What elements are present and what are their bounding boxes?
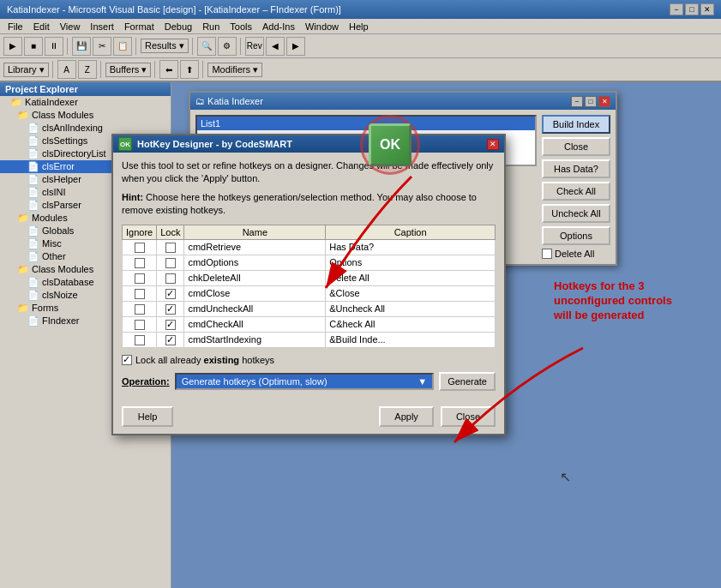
hotkey-table: Ignore Lock Name Caption cmdRetrieve Has… [122, 225, 496, 348]
cursor-indicator: ↖ [560, 469, 571, 485]
uncheck-all-button[interactable]: Uncheck All [542, 204, 610, 223]
options-button[interactable]: Options [542, 226, 610, 245]
ignore-cell-7[interactable] [123, 332, 157, 347]
hotkey-close-button[interactable]: ✕ [487, 139, 499, 150]
results-dropdown[interactable]: Results ▾ [141, 39, 189, 53]
toolbar-btn-5[interactable]: 🔍 [197, 37, 216, 56]
has-data-button[interactable]: Has Data? [542, 159, 610, 178]
apply-button[interactable]: Apply [379, 406, 434, 427]
ignore-cell-5[interactable] [123, 301, 157, 316]
check-all-button[interactable]: Check All [542, 182, 610, 201]
toolbar-btn-2[interactable]: ■ [24, 37, 43, 56]
ignore-cb-4[interactable] [135, 289, 145, 299]
menu-edit[interactable]: Edit [29, 21, 54, 33]
lock-cb-5[interactable] [165, 304, 176, 315]
ignore-cb-1[interactable] [135, 243, 145, 253]
name-cell-3: chkDeleteAll [184, 270, 326, 285]
lock-cell-5[interactable] [157, 301, 184, 316]
tree-item-clsAnlIndexing[interactable]: 📄 clsAnlIndexing [0, 122, 171, 135]
modifiers-dropdown[interactable]: Modifiers ▾ [207, 63, 262, 77]
menu-debug[interactable]: Debug [160, 21, 196, 33]
toolbar-btn-3[interactable]: ⏸ [45, 37, 63, 56]
menu-format[interactable]: Format [120, 21, 159, 33]
ignore-cb-3[interactable] [135, 273, 145, 284]
table-row: cmdCheckAll C&heck All [123, 316, 496, 332]
lock-cb-7[interactable] [165, 335, 176, 345]
build-index-button[interactable]: Build Index [542, 115, 610, 134]
toolbar-btn-save[interactable]: 💾 [72, 37, 91, 56]
ignore-cb-2[interactable] [135, 258, 145, 268]
dialog-footer: Help Apply Close [113, 406, 504, 434]
katia-maximize-btn[interactable]: □ [585, 96, 597, 107]
separator-2 [135, 38, 137, 55]
ignore-cb-5[interactable] [135, 304, 145, 315]
lock-cb-2[interactable] [165, 258, 176, 268]
toolbar-align-2[interactable]: ⬆ [180, 60, 199, 79]
operation-dropdown[interactable]: Generate hotkeys (Optimum, slow) ▼ [175, 373, 435, 390]
caption-cell-1: Has Data? [326, 239, 496, 255]
tree-item-root[interactable]: 📁 KatiaIndexer [0, 96, 171, 109]
lock-cell-7[interactable] [157, 332, 184, 347]
menu-view[interactable]: View [56, 21, 85, 33]
buffers-dropdown[interactable]: Buffers ▾ [105, 63, 152, 77]
lock-cell-2[interactable] [157, 255, 184, 270]
menu-add-ins[interactable]: Add-Ins [258, 21, 299, 33]
minimize-button[interactable]: − [670, 3, 683, 15]
menu-file[interactable]: File [3, 21, 27, 33]
name-cell-6: cmdCheckAll [184, 316, 326, 332]
toolbar-btn-rev[interactable]: Rev [245, 37, 264, 56]
ignore-cell-4[interactable] [123, 285, 157, 301]
lock-cb-3[interactable] [165, 273, 176, 284]
menu-help[interactable]: Help [345, 21, 373, 33]
col-caption: Caption [326, 225, 496, 239]
lock-cb-1[interactable] [165, 243, 176, 253]
ignore-cell-6[interactable] [123, 316, 157, 332]
toolbar-align-1[interactable]: ⬅ [159, 60, 178, 79]
katia-close-btn[interactable]: ✕ [598, 96, 610, 107]
close-dialog-button[interactable]: Close [441, 406, 496, 427]
lock-cell-1[interactable] [157, 239, 184, 255]
toolbar-btn-1[interactable]: ▶ [3, 37, 22, 56]
ignore-cell-3[interactable] [123, 270, 157, 285]
lock-cb-4[interactable] [165, 289, 176, 299]
operation-section: Operation: Generate hotkeys (Optimum, sl… [122, 372, 496, 391]
library-dropdown[interactable]: Library ▾ [3, 63, 49, 77]
help-button[interactable]: Help [122, 406, 173, 427]
menu-window[interactable]: Window [301, 21, 343, 33]
tree-item-class-modules-1[interactable]: 📁 Class Modules [0, 109, 171, 122]
name-cell-7: cmdStartIndexing [184, 332, 326, 347]
generate-button[interactable]: Generate [439, 372, 496, 391]
maximize-button[interactable]: □ [685, 3, 699, 15]
hotkey-title-bar: OK HotKey Designer - by CodeSMART ✕ [113, 135, 504, 153]
toolbar-btn-7[interactable]: ◀ [266, 37, 285, 56]
ignore-cell-2[interactable] [123, 255, 157, 270]
ok-big-button[interactable]: OK [369, 123, 412, 166]
ignore-cb-6[interactable] [135, 320, 145, 330]
caption-cell-5: &Uncheck All [326, 301, 496, 316]
delete-all-checkbox[interactable] [542, 249, 552, 259]
menu-run[interactable]: Run [198, 21, 224, 33]
toolbar-btn-cut[interactable]: ✂ [93, 37, 111, 56]
toolbar-prop-2[interactable]: Z [78, 60, 97, 79]
katia-minimize-btn[interactable]: − [571, 96, 583, 107]
close-katia-button[interactable]: Close [542, 137, 610, 156]
menu-bar: File Edit View Insert Format Debug Run T… [0, 19, 721, 34]
ignore-cb-7[interactable] [135, 335, 145, 345]
lock-cell-4[interactable] [157, 285, 184, 301]
menu-insert[interactable]: Insert [86, 21, 118, 33]
toolbar-prop-1[interactable]: A [57, 60, 76, 79]
lock-cell-6[interactable] [157, 316, 184, 332]
main-title-bar: KatiaIndexer - Microsoft Visual Basic [d… [0, 0, 721, 19]
toolbar-btn-6[interactable]: ⚙ [218, 37, 237, 56]
toolbar-1: ▶ ■ ⏸ 💾 ✂ 📋 Results ▾ 🔍 ⚙ Rev ◀ ▶ [0, 34, 721, 58]
menu-tools[interactable]: Tools [225, 21, 256, 33]
toolbar-btn-8[interactable]: ▶ [286, 37, 305, 56]
name-cell-1: cmdRetrieve [184, 239, 326, 255]
toolbar-btn-copy[interactable]: 📋 [113, 37, 132, 56]
hotkey-hint: Hint: Choose here the hotkeys generation… [122, 191, 496, 218]
lock-existing-checkbox[interactable] [122, 355, 132, 365]
lock-cell-3[interactable] [157, 270, 184, 285]
ignore-cell-1[interactable] [123, 239, 157, 255]
lock-cb-6[interactable] [165, 320, 176, 330]
close-button[interactable]: ✕ [700, 3, 714, 15]
